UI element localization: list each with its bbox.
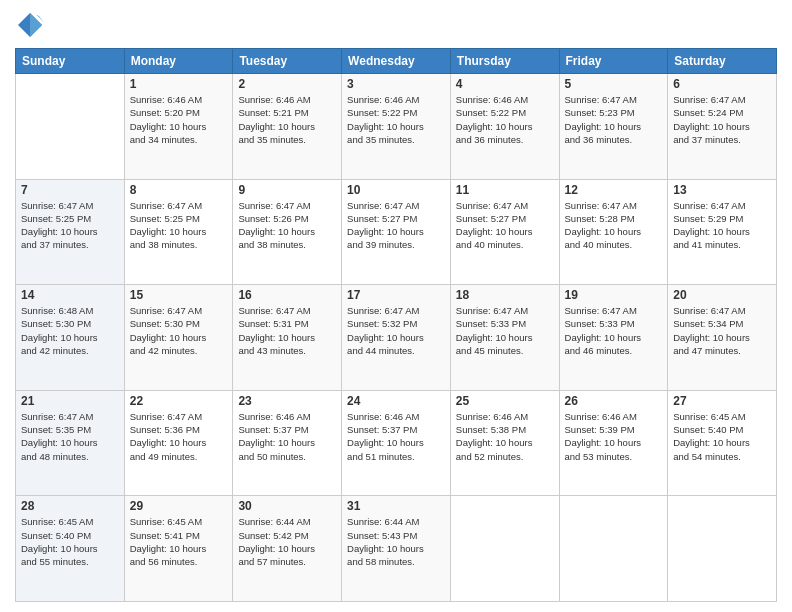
cell-day-number: 9 bbox=[238, 183, 336, 197]
calendar-cell bbox=[450, 496, 559, 602]
cell-day-number: 6 bbox=[673, 77, 771, 91]
cell-day-number: 15 bbox=[130, 288, 228, 302]
svg-marker-1 bbox=[30, 13, 42, 37]
weekday-header: Sunday bbox=[16, 49, 125, 74]
cell-info: Sunrise: 6:47 AM Sunset: 5:25 PM Dayligh… bbox=[21, 199, 119, 252]
cell-day-number: 13 bbox=[673, 183, 771, 197]
cell-info: Sunrise: 6:46 AM Sunset: 5:38 PM Dayligh… bbox=[456, 410, 554, 463]
calendar-cell: 16Sunrise: 6:47 AM Sunset: 5:31 PM Dayli… bbox=[233, 285, 342, 391]
calendar-cell: 10Sunrise: 6:47 AM Sunset: 5:27 PM Dayli… bbox=[342, 179, 451, 285]
header bbox=[15, 10, 777, 40]
cell-info: Sunrise: 6:47 AM Sunset: 5:27 PM Dayligh… bbox=[347, 199, 445, 252]
calendar-cell: 12Sunrise: 6:47 AM Sunset: 5:28 PM Dayli… bbox=[559, 179, 668, 285]
calendar-cell: 28Sunrise: 6:45 AM Sunset: 5:40 PM Dayli… bbox=[16, 496, 125, 602]
calendar-header: SundayMondayTuesdayWednesdayThursdayFrid… bbox=[16, 49, 777, 74]
cell-info: Sunrise: 6:47 AM Sunset: 5:29 PM Dayligh… bbox=[673, 199, 771, 252]
calendar-week-row: 1Sunrise: 6:46 AM Sunset: 5:20 PM Daylig… bbox=[16, 74, 777, 180]
cell-info: Sunrise: 6:46 AM Sunset: 5:37 PM Dayligh… bbox=[238, 410, 336, 463]
cell-day-number: 16 bbox=[238, 288, 336, 302]
calendar-cell: 29Sunrise: 6:45 AM Sunset: 5:41 PM Dayli… bbox=[124, 496, 233, 602]
cell-day-number: 29 bbox=[130, 499, 228, 513]
cell-day-number: 21 bbox=[21, 394, 119, 408]
calendar-cell: 30Sunrise: 6:44 AM Sunset: 5:42 PM Dayli… bbox=[233, 496, 342, 602]
weekday-header: Friday bbox=[559, 49, 668, 74]
calendar-cell: 2Sunrise: 6:46 AM Sunset: 5:21 PM Daylig… bbox=[233, 74, 342, 180]
page: SundayMondayTuesdayWednesdayThursdayFrid… bbox=[0, 0, 792, 612]
cell-info: Sunrise: 6:47 AM Sunset: 5:26 PM Dayligh… bbox=[238, 199, 336, 252]
calendar-cell bbox=[559, 496, 668, 602]
cell-day-number: 28 bbox=[21, 499, 119, 513]
cell-day-number: 11 bbox=[456, 183, 554, 197]
cell-day-number: 30 bbox=[238, 499, 336, 513]
cell-day-number: 1 bbox=[130, 77, 228, 91]
cell-info: Sunrise: 6:47 AM Sunset: 5:28 PM Dayligh… bbox=[565, 199, 663, 252]
cell-day-number: 17 bbox=[347, 288, 445, 302]
calendar-week-row: 21Sunrise: 6:47 AM Sunset: 5:35 PM Dayli… bbox=[16, 390, 777, 496]
calendar-table: SundayMondayTuesdayWednesdayThursdayFrid… bbox=[15, 48, 777, 602]
cell-info: Sunrise: 6:47 AM Sunset: 5:27 PM Dayligh… bbox=[456, 199, 554, 252]
cell-info: Sunrise: 6:47 AM Sunset: 5:33 PM Dayligh… bbox=[565, 304, 663, 357]
cell-day-number: 22 bbox=[130, 394, 228, 408]
cell-info: Sunrise: 6:47 AM Sunset: 5:36 PM Dayligh… bbox=[130, 410, 228, 463]
cell-day-number: 18 bbox=[456, 288, 554, 302]
cell-day-number: 26 bbox=[565, 394, 663, 408]
weekday-header: Wednesday bbox=[342, 49, 451, 74]
calendar-cell: 7Sunrise: 6:47 AM Sunset: 5:25 PM Daylig… bbox=[16, 179, 125, 285]
calendar-week-row: 28Sunrise: 6:45 AM Sunset: 5:40 PM Dayli… bbox=[16, 496, 777, 602]
cell-info: Sunrise: 6:44 AM Sunset: 5:43 PM Dayligh… bbox=[347, 515, 445, 568]
cell-info: Sunrise: 6:46 AM Sunset: 5:39 PM Dayligh… bbox=[565, 410, 663, 463]
calendar-body: 1Sunrise: 6:46 AM Sunset: 5:20 PM Daylig… bbox=[16, 74, 777, 602]
weekday-header: Saturday bbox=[668, 49, 777, 74]
calendar-cell: 27Sunrise: 6:45 AM Sunset: 5:40 PM Dayli… bbox=[668, 390, 777, 496]
calendar-cell bbox=[668, 496, 777, 602]
calendar-cell: 4Sunrise: 6:46 AM Sunset: 5:22 PM Daylig… bbox=[450, 74, 559, 180]
calendar-cell: 13Sunrise: 6:47 AM Sunset: 5:29 PM Dayli… bbox=[668, 179, 777, 285]
calendar-cell: 1Sunrise: 6:46 AM Sunset: 5:20 PM Daylig… bbox=[124, 74, 233, 180]
calendar-cell: 6Sunrise: 6:47 AM Sunset: 5:24 PM Daylig… bbox=[668, 74, 777, 180]
weekday-header: Thursday bbox=[450, 49, 559, 74]
cell-day-number: 20 bbox=[673, 288, 771, 302]
cell-day-number: 31 bbox=[347, 499, 445, 513]
cell-info: Sunrise: 6:46 AM Sunset: 5:22 PM Dayligh… bbox=[456, 93, 554, 146]
cell-info: Sunrise: 6:47 AM Sunset: 5:34 PM Dayligh… bbox=[673, 304, 771, 357]
cell-day-number: 10 bbox=[347, 183, 445, 197]
cell-day-number: 12 bbox=[565, 183, 663, 197]
cell-info: Sunrise: 6:46 AM Sunset: 5:21 PM Dayligh… bbox=[238, 93, 336, 146]
calendar-cell: 3Sunrise: 6:46 AM Sunset: 5:22 PM Daylig… bbox=[342, 74, 451, 180]
calendar-week-row: 7Sunrise: 6:47 AM Sunset: 5:25 PM Daylig… bbox=[16, 179, 777, 285]
calendar-cell: 8Sunrise: 6:47 AM Sunset: 5:25 PM Daylig… bbox=[124, 179, 233, 285]
cell-day-number: 25 bbox=[456, 394, 554, 408]
calendar-cell: 14Sunrise: 6:48 AM Sunset: 5:30 PM Dayli… bbox=[16, 285, 125, 391]
cell-day-number: 7 bbox=[21, 183, 119, 197]
cell-info: Sunrise: 6:47 AM Sunset: 5:35 PM Dayligh… bbox=[21, 410, 119, 463]
cell-info: Sunrise: 6:47 AM Sunset: 5:25 PM Dayligh… bbox=[130, 199, 228, 252]
calendar-cell: 26Sunrise: 6:46 AM Sunset: 5:39 PM Dayli… bbox=[559, 390, 668, 496]
cell-info: Sunrise: 6:44 AM Sunset: 5:42 PM Dayligh… bbox=[238, 515, 336, 568]
cell-info: Sunrise: 6:47 AM Sunset: 5:32 PM Dayligh… bbox=[347, 304, 445, 357]
cell-day-number: 23 bbox=[238, 394, 336, 408]
cell-info: Sunrise: 6:47 AM Sunset: 5:24 PM Dayligh… bbox=[673, 93, 771, 146]
cell-day-number: 19 bbox=[565, 288, 663, 302]
calendar-cell: 19Sunrise: 6:47 AM Sunset: 5:33 PM Dayli… bbox=[559, 285, 668, 391]
logo-icon bbox=[15, 10, 45, 40]
logo bbox=[15, 10, 49, 40]
cell-info: Sunrise: 6:47 AM Sunset: 5:23 PM Dayligh… bbox=[565, 93, 663, 146]
calendar-cell: 22Sunrise: 6:47 AM Sunset: 5:36 PM Dayli… bbox=[124, 390, 233, 496]
calendar-cell: 20Sunrise: 6:47 AM Sunset: 5:34 PM Dayli… bbox=[668, 285, 777, 391]
cell-info: Sunrise: 6:45 AM Sunset: 5:40 PM Dayligh… bbox=[21, 515, 119, 568]
cell-day-number: 4 bbox=[456, 77, 554, 91]
cell-info: Sunrise: 6:46 AM Sunset: 5:22 PM Dayligh… bbox=[347, 93, 445, 146]
cell-info: Sunrise: 6:47 AM Sunset: 5:31 PM Dayligh… bbox=[238, 304, 336, 357]
cell-day-number: 8 bbox=[130, 183, 228, 197]
cell-info: Sunrise: 6:45 AM Sunset: 5:40 PM Dayligh… bbox=[673, 410, 771, 463]
calendar-cell: 15Sunrise: 6:47 AM Sunset: 5:30 PM Dayli… bbox=[124, 285, 233, 391]
calendar-cell: 11Sunrise: 6:47 AM Sunset: 5:27 PM Dayli… bbox=[450, 179, 559, 285]
calendar-cell: 17Sunrise: 6:47 AM Sunset: 5:32 PM Dayli… bbox=[342, 285, 451, 391]
cell-info: Sunrise: 6:46 AM Sunset: 5:37 PM Dayligh… bbox=[347, 410, 445, 463]
calendar-cell: 24Sunrise: 6:46 AM Sunset: 5:37 PM Dayli… bbox=[342, 390, 451, 496]
weekday-header: Tuesday bbox=[233, 49, 342, 74]
calendar-cell: 31Sunrise: 6:44 AM Sunset: 5:43 PM Dayli… bbox=[342, 496, 451, 602]
weekday-header: Monday bbox=[124, 49, 233, 74]
calendar-week-row: 14Sunrise: 6:48 AM Sunset: 5:30 PM Dayli… bbox=[16, 285, 777, 391]
cell-day-number: 27 bbox=[673, 394, 771, 408]
